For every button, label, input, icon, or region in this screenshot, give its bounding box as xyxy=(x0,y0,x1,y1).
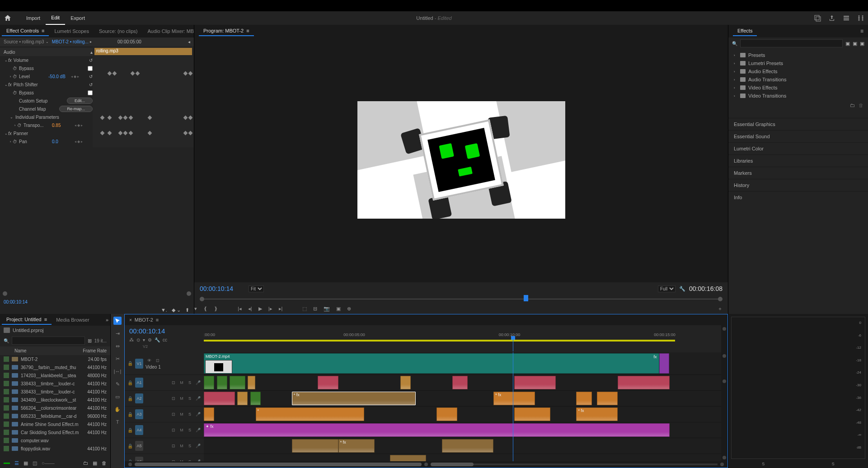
project-item[interactable]: 338433__timbre__louder-c44100 Hz xyxy=(0,379,110,388)
icon-view-icon[interactable]: ▦ xyxy=(23,460,28,466)
lock-icon[interactable]: 🔒 xyxy=(127,412,133,417)
tab-media-browser[interactable]: Media Browser xyxy=(52,315,94,324)
track-target-a3[interactable]: A3 xyxy=(135,409,143,419)
stopwatch-icon[interactable]: ⏱ xyxy=(13,66,17,71)
snap-icon[interactable]: ⁂ xyxy=(129,337,134,342)
ec-clip-nav[interactable]: ▸ xyxy=(89,40,93,44)
tab-source[interactable]: Source: (no clips) xyxy=(94,27,142,36)
lock-icon[interactable]: 🔒 xyxy=(127,380,133,385)
audio-clip[interactable]: * fx xyxy=(576,407,618,421)
caption-icon[interactable]: cc xyxy=(163,337,167,342)
mute-button[interactable]: M xyxy=(178,459,185,461)
workspace-export[interactable]: Export xyxy=(65,11,90,25)
collapsed-panel[interactable]: Lumetri Color xyxy=(728,142,868,154)
pan-value[interactable]: 0.0 xyxy=(52,139,75,144)
track-target-v1[interactable]: V1 xyxy=(135,359,143,369)
audio-clip[interactable] xyxy=(318,376,338,389)
voice-over-icon[interactable]: 🎤 xyxy=(195,411,201,417)
volume-level-value[interactable]: -50.0 dB xyxy=(48,74,71,79)
zoom-slider[interactable]: ○—— xyxy=(42,460,55,466)
program-playhead[interactable] xyxy=(524,295,528,301)
work-area-bar[interactable] xyxy=(204,340,675,342)
solo-right-button[interactable]: S xyxy=(832,462,835,466)
workspace-import[interactable]: Import xyxy=(21,11,46,25)
sequence-menu-icon[interactable]: ≡ xyxy=(156,317,159,323)
program-scrubber[interactable] xyxy=(200,295,723,303)
vscroll-top-icon[interactable] xyxy=(723,327,726,331)
sync-lock-icon[interactable]: ⊡ xyxy=(170,395,177,402)
lock-icon[interactable]: 🔒 xyxy=(127,396,133,401)
vscroll-down-icon[interactable] xyxy=(723,456,726,459)
audio-clip[interactable] xyxy=(442,439,494,453)
keyframe-nav[interactable]: ◂ ◆ ▸ xyxy=(75,123,93,127)
resolution-select[interactable]: Full xyxy=(658,285,676,292)
video-clip[interactable] xyxy=(659,353,670,374)
audio-clip[interactable] xyxy=(204,407,214,421)
stopwatch-icon[interactable]: ⏱ xyxy=(13,139,17,144)
label-color-icon[interactable] xyxy=(4,463,10,464)
track-select-tool[interactable]: ⇥ xyxy=(113,329,122,337)
project-item[interactable]: 566204__colorscrimsontear44100 Hz xyxy=(0,404,110,412)
panel-overflow-icon[interactable]: » xyxy=(106,317,108,323)
workspace-menu-icon[interactable] xyxy=(843,14,850,22)
audio-clip[interactable] xyxy=(237,392,248,405)
go-to-out-button[interactable]: ▸| xyxy=(279,306,283,312)
voice-over-icon[interactable]: 🎤 xyxy=(195,427,201,433)
effects-badge-icon[interactable]: ▣ xyxy=(853,41,857,47)
twirl-level[interactable]: › xyxy=(8,75,13,79)
audio-clip[interactable] xyxy=(436,407,457,421)
rectangle-tool[interactable]: ▭ xyxy=(113,393,122,401)
project-item[interactable]: 174203__klankbeeld__stea48000 Hz xyxy=(0,371,110,379)
track-header-a3[interactable]: 🔒 A3 ⊡MS🎤 xyxy=(125,407,204,422)
lock-icon[interactable]: 🔒 xyxy=(127,361,133,366)
audio-clip[interactable] xyxy=(597,392,618,405)
marker-icon[interactable]: ▾ xyxy=(143,337,145,342)
sync-lock-icon[interactable]: ⊡ xyxy=(170,443,177,449)
mute-button[interactable]: M xyxy=(178,395,185,402)
twirl-volume[interactable]: ⌄ xyxy=(4,58,8,62)
timeline-timecode[interactable]: 00:00:10:14 xyxy=(129,327,199,335)
mute-button[interactable]: M xyxy=(178,411,185,417)
vscroll-up-icon[interactable] xyxy=(723,354,726,358)
project-item[interactable]: computer.wav xyxy=(0,436,110,445)
mark-in-button[interactable]: ❴ xyxy=(203,306,207,312)
tab-program[interactable]: Program: MBOT-2 ≡ xyxy=(199,26,254,36)
audio-clip[interactable] xyxy=(618,376,670,389)
track-header-a4[interactable]: 🔒 A4 ⊡MS🎤 xyxy=(125,422,204,438)
collapsed-panel[interactable]: History xyxy=(728,179,868,191)
effects-badge-icon[interactable]: ▣ xyxy=(845,41,850,47)
track-target-a2[interactable]: A2 xyxy=(135,393,143,403)
lock-icon[interactable]: 🔒 xyxy=(127,428,133,433)
new-bin-icon[interactable]: 🗀 xyxy=(83,460,88,466)
zoom-fit-select[interactable]: Fit xyxy=(249,285,264,292)
quick-export-icon[interactable] xyxy=(814,14,821,22)
sequence-close-icon[interactable]: × xyxy=(129,318,132,323)
vscroll-thumb[interactable] xyxy=(723,379,726,383)
play-button[interactable]: ▶ xyxy=(258,306,262,312)
effects-folder[interactable]: ›Video Effects xyxy=(728,84,868,92)
audio-clip[interactable]: * fx xyxy=(338,439,375,453)
track-header-a1[interactable]: 🔒 A1 ⊡MS🎤 xyxy=(125,375,204,391)
transpose-value[interactable]: 0.85 xyxy=(52,123,75,128)
go-to-in-button[interactable]: |◂ xyxy=(238,306,242,312)
audio-clip[interactable] xyxy=(230,376,245,389)
stopwatch-icon[interactable]: ⏱ xyxy=(17,123,22,128)
project-item[interactable]: floppydisk.wav44100 Hz xyxy=(0,445,110,453)
ripple-edit-tool[interactable]: ⇔ xyxy=(113,342,122,350)
share-icon[interactable] xyxy=(828,14,835,22)
mark-out-button[interactable]: ❵ xyxy=(214,306,218,312)
track-target-a5[interactable]: A5 xyxy=(135,441,143,451)
wrench-icon[interactable]: 🔧 xyxy=(155,337,160,342)
project-item[interactable]: Anime Shine Sound Effect.m44100 Hz xyxy=(0,420,110,428)
tab-lumetri-scopes[interactable]: Lumetri Scopes xyxy=(50,27,93,36)
twirl-pan[interactable]: › xyxy=(8,140,13,144)
reset-icon[interactable]: ↺ xyxy=(89,58,93,63)
solo-button[interactable]: S xyxy=(187,443,193,449)
step-back-button[interactable]: ◂| xyxy=(248,306,252,312)
timeline-playhead[interactable] xyxy=(513,338,513,351)
settings-icon[interactable]: 🔧 xyxy=(679,286,685,292)
audio-clip[interactable] xyxy=(217,376,227,389)
add-button-icon[interactable]: ＋ xyxy=(718,305,728,312)
custom-setup-edit-button[interactable]: Edit... xyxy=(67,98,93,104)
audio-clip[interactable] xyxy=(514,376,556,389)
